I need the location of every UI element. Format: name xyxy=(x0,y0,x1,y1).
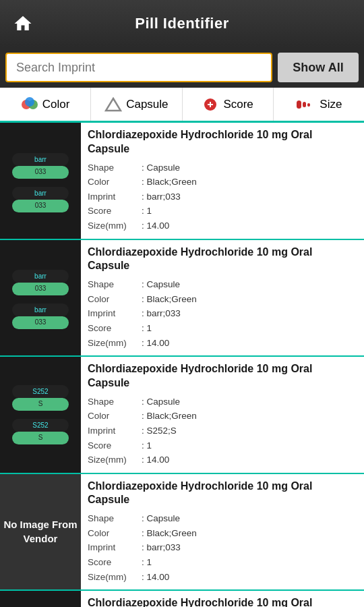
color-label: Color xyxy=(88,292,142,307)
home-icon xyxy=(13,13,33,34)
svg-marker-3 xyxy=(106,98,121,111)
imprint-label: Imprint xyxy=(88,190,142,204)
shape-label: Shape xyxy=(88,277,142,292)
pill-image-0: barr 033 barr 033 xyxy=(0,123,81,239)
filter-score-button[interactable]: Score xyxy=(183,88,274,121)
filter-row: Color Capsule Score Size xyxy=(0,88,364,123)
color-label: Color xyxy=(88,526,142,541)
color-dots-icon xyxy=(21,97,38,112)
search-input[interactable] xyxy=(5,53,272,82)
svg-rect-7 xyxy=(297,100,301,109)
shape-value: : Capsule xyxy=(142,277,180,292)
color-label: Color xyxy=(88,409,142,424)
size-label: Size(mm) xyxy=(88,219,142,233)
color-label: Color xyxy=(88,175,142,190)
size-value: : 14.00 xyxy=(142,570,169,585)
filter-capsule-button[interactable]: Capsule xyxy=(91,88,182,121)
pill-info-1: Chlordiazepoxide Hydrochloride 10 mg Ora… xyxy=(81,240,364,356)
score-value: : 1 xyxy=(142,438,152,453)
svg-text:033: 033 xyxy=(35,318,47,326)
pill-info-0: Chlordiazepoxide Hydrochloride 10 mg Ora… xyxy=(81,123,364,239)
svg-text:033: 033 xyxy=(35,168,47,175)
pill-info-2: Chlordiazepoxide Hydrochloride 10 mg Ora… xyxy=(81,357,364,473)
imprint-value: : barr;033 xyxy=(142,190,181,204)
table-row[interactable]: No Image From Vendor Chlordiazepoxide Hy… xyxy=(0,474,364,591)
pill-name: Chlordiazepoxide Hydrochloride 10 mg Ora… xyxy=(88,362,357,391)
show-all-button[interactable]: Show All xyxy=(278,53,359,82)
pill-image-4: barr 033 barr 033 xyxy=(0,591,81,607)
pill-info-3: Chlordiazepoxide Hydrochloride 10 mg Ora… xyxy=(81,474,364,590)
shape-value: : Capsule xyxy=(142,395,180,409)
table-row[interactable]: S252 S S252 S Chlordiazepoxide Hydrochlo… xyxy=(0,357,364,474)
imprint-value: : barr;033 xyxy=(142,306,181,321)
filter-size-button[interactable]: Size xyxy=(274,88,364,121)
home-button[interactable] xyxy=(8,9,38,38)
color-value: : Black;Green xyxy=(142,292,197,307)
svg-point-2 xyxy=(25,97,34,107)
svg-text:S252: S252 xyxy=(32,422,49,429)
imprint-value: : S252;S xyxy=(142,424,177,438)
capsule-icon xyxy=(104,97,122,112)
size-value: : 14.00 xyxy=(142,219,169,233)
pill-image-3: No Image From Vendor xyxy=(0,474,81,590)
color-value: : Black;Green xyxy=(142,175,197,190)
pill-image-1: barr 033 barr 033 xyxy=(0,240,81,356)
pill-image-2: S252 S S252 S xyxy=(0,357,81,473)
score-icon xyxy=(202,97,219,112)
score-label: Score xyxy=(88,204,142,219)
svg-text:barr: barr xyxy=(34,306,47,314)
score-label: Score xyxy=(88,438,142,453)
page-title: Pill Identifier xyxy=(38,15,326,32)
table-row[interactable]: barr 033 barr 033 Chlordiazepoxide Hydro… xyxy=(0,240,364,357)
color-value: : Black;Green xyxy=(142,409,197,424)
pill-list: barr 033 barr 033 Chlordiazepoxide Hydro… xyxy=(0,123,364,607)
score-value: : 1 xyxy=(142,555,152,570)
shape-label: Shape xyxy=(88,161,142,175)
shape-value: : Capsule xyxy=(142,161,180,175)
svg-text:barr: barr xyxy=(34,190,47,197)
filter-capsule-label: Capsule xyxy=(126,98,168,111)
no-image-label: No Image From Vendor xyxy=(0,517,81,546)
color-value: : Black;Green xyxy=(142,526,197,541)
size-icon xyxy=(295,97,315,112)
svg-text:033: 033 xyxy=(35,285,47,292)
header: Pill Identifier xyxy=(0,0,364,47)
imprint-label: Imprint xyxy=(88,306,142,321)
filter-size-label: Size xyxy=(320,98,342,111)
score-label: Score xyxy=(88,321,142,336)
size-value: : 14.00 xyxy=(142,336,169,351)
svg-rect-8 xyxy=(303,102,306,107)
svg-text:S: S xyxy=(38,434,43,441)
shape-label: Shape xyxy=(88,395,142,409)
score-value: : 1 xyxy=(142,321,152,336)
table-row[interactable]: barr 033 barr 033 Chlordiazepoxide Hydro… xyxy=(0,591,364,607)
pill-name: Chlordiazepoxide Hydrochloride 10 mg Ora… xyxy=(88,245,357,274)
score-value: : 1 xyxy=(142,204,152,219)
pill-name: Chlordiazepoxide Hydrochloride 10 mg Ora… xyxy=(88,596,357,607)
imprint-label: Imprint xyxy=(88,540,142,555)
shape-label: Shape xyxy=(88,511,142,526)
svg-text:barr: barr xyxy=(34,156,47,163)
size-label: Size(mm) xyxy=(88,453,142,467)
pill-name: Chlordiazepoxide Hydrochloride 10 mg Ora… xyxy=(88,128,357,156)
search-row: Show All xyxy=(0,47,364,88)
pill-name: Chlordiazepoxide Hydrochloride 10 mg Ora… xyxy=(88,480,357,508)
filter-score-label: Score xyxy=(223,98,253,111)
shape-value: : Capsule xyxy=(142,511,180,526)
imprint-label: Imprint xyxy=(88,424,142,438)
svg-text:033: 033 xyxy=(35,202,47,209)
svg-text:S: S xyxy=(38,400,43,407)
imprint-value: : barr;033 xyxy=(142,540,181,555)
score-label: Score xyxy=(88,555,142,570)
svg-rect-9 xyxy=(307,103,310,107)
table-row[interactable]: barr 033 barr 033 Chlordiazepoxide Hydro… xyxy=(0,123,364,240)
svg-text:S252: S252 xyxy=(32,388,49,395)
pill-info-4: Chlordiazepoxide Hydrochloride 10 mg Ora… xyxy=(81,591,364,607)
svg-rect-6 xyxy=(210,102,211,107)
size-label: Size(mm) xyxy=(88,336,142,351)
size-value: : 14.00 xyxy=(142,453,169,467)
size-label: Size(mm) xyxy=(88,570,142,585)
svg-text:barr: barr xyxy=(34,272,47,280)
filter-color-label: Color xyxy=(42,98,70,111)
filter-color-button[interactable]: Color xyxy=(0,88,91,121)
